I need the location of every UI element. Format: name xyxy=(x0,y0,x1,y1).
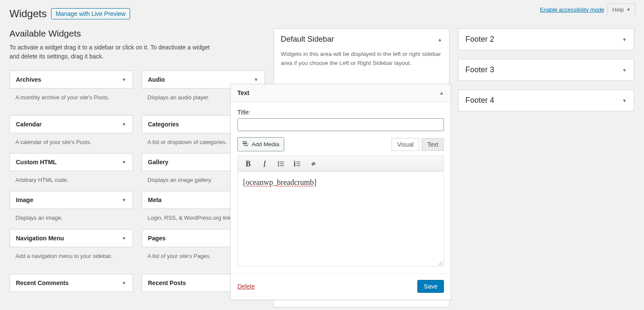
media-tabs-row: Add Media Visual Text xyxy=(237,137,444,151)
italic-button[interactable]: I xyxy=(260,160,269,168)
caret-down-icon: ▼ xyxy=(122,236,127,241)
widget-name: Archives xyxy=(16,76,41,83)
panel-title: Text xyxy=(237,89,249,96)
caret-down-icon: ▼ xyxy=(122,160,127,165)
save-button[interactable]: Save xyxy=(417,280,444,293)
available-widgets-description: To activate a widget drag it to a sideba… xyxy=(9,43,211,61)
text-widget-editor-body: Title: Add Media Visual Text B I 123 xyxy=(231,102,451,273)
widget-archives: Archives ▼ A monthly archive of your sit… xyxy=(9,71,133,115)
resize-handle[interactable] xyxy=(437,260,443,265)
sidebar-area-footer-4-header[interactable]: Footer 4 ▼ xyxy=(459,90,634,111)
widget-recent-comments: Recent Comments ▼ xyxy=(9,274,133,292)
widget-name: Image xyxy=(16,196,33,203)
widget-name: Gallery xyxy=(148,159,168,166)
secondary-sidebars-column: Footer 2 ▼ Footer 3 ▼ Footer 4 ▼ xyxy=(458,28,634,310)
editor-tab-visual[interactable]: Visual xyxy=(392,138,419,151)
text-widget-editor-header[interactable]: Text ▲ xyxy=(231,84,451,102)
widget-image-header[interactable]: Image ▼ xyxy=(9,191,133,209)
sidebar-area-footer-2: Footer 2 ▼ xyxy=(458,28,634,50)
sidebar-title: Footer 4 xyxy=(465,96,494,105)
manage-live-preview-button[interactable]: Manage with Live Preview xyxy=(51,8,131,19)
caret-down-icon: ▼ xyxy=(122,122,127,127)
editor-toolbar: B I 123 xyxy=(237,156,444,172)
caret-up-icon: ▲ xyxy=(437,37,442,42)
numbered-list-button[interactable]: 123 xyxy=(293,160,301,168)
caret-down-icon: ▼ xyxy=(122,280,127,285)
editor-tabs: Visual Text xyxy=(392,138,444,151)
widget-desc: Displays an image. xyxy=(9,209,133,229)
widget-name: Audio xyxy=(148,76,165,83)
widget-recent-comments-header[interactable]: Recent Comments ▼ xyxy=(9,274,133,292)
svg-point-0 xyxy=(278,161,279,163)
widget-calendar: Calendar ▼ A calendar of your site's Pos… xyxy=(9,115,133,153)
add-media-button[interactable]: Add Media xyxy=(237,137,284,151)
widget-calendar-header[interactable]: Calendar ▼ xyxy=(9,115,133,133)
widget-custom-html: Custom HTML ▼ Arbitrary HTML code. xyxy=(9,153,133,191)
available-widgets-title: Available Widgets xyxy=(9,28,265,39)
title-input[interactable] xyxy=(237,118,444,131)
caret-down-icon: ▼ xyxy=(254,77,258,82)
sidebar-area-footer-4: Footer 4 ▼ xyxy=(458,89,634,111)
help-tab-label: Help xyxy=(612,6,624,13)
caret-down-icon: ▼ xyxy=(122,77,127,82)
sidebar-area-footer-3: Footer 3 ▼ xyxy=(458,59,634,81)
svg-point-2 xyxy=(278,165,279,166)
svg-text:3: 3 xyxy=(294,164,295,167)
editor-text: [oceanwp_breadcrumb] xyxy=(243,178,316,187)
caret-down-icon: ▼ xyxy=(622,98,627,103)
add-media-label: Add Media xyxy=(252,141,279,147)
widget-desc: Add a navigation menu to your sidebar. xyxy=(9,247,133,274)
widget-desc: A monthly archive of your site's Posts. xyxy=(9,89,133,115)
delete-link[interactable]: Delete xyxy=(237,283,255,290)
widget-archives-header[interactable]: Archives ▼ xyxy=(9,71,133,89)
widget-nav-menu: Navigation Menu ▼ Add a navigation menu … xyxy=(9,229,133,274)
widget-custom-html-header[interactable]: Custom HTML ▼ xyxy=(9,153,133,171)
text-widget-editor-footer: Delete Save xyxy=(231,273,451,300)
widget-name: Recent Comments xyxy=(16,279,69,286)
sidebar-title: Footer 2 xyxy=(465,35,494,44)
widget-nav-menu-header[interactable]: Navigation Menu ▼ xyxy=(9,229,133,247)
sidebar-area-footer-2-header[interactable]: Footer 2 ▼ xyxy=(459,29,634,50)
text-widget-editor-panel: Text ▲ Title: Add Media Visual Text B I xyxy=(230,84,451,300)
enable-accessibility-mode-link[interactable]: Enable accessibility mode xyxy=(540,6,605,13)
title-label: Title: xyxy=(237,109,444,116)
page-title: Widgets xyxy=(9,8,47,20)
available-widgets-grid: Archives ▼ A monthly archive of your sit… xyxy=(9,71,265,292)
widget-desc: A calendar of your site's Posts. xyxy=(9,133,133,153)
sidebar-area-default-header[interactable]: Default Sidebar ▲ xyxy=(274,29,449,50)
sidebar-title: Footer 3 xyxy=(465,65,494,74)
widget-name: Categories xyxy=(148,121,179,128)
widget-name: Recent Posts xyxy=(148,279,186,286)
sidebar-title: Default Sidebar xyxy=(281,35,334,44)
editor-content-area[interactable]: [oceanwp_breadcrumb] [oceanwp_breadcrumb… xyxy=(237,172,444,267)
screen-meta-links: Enable accessibility mode Help ▼ xyxy=(540,3,635,15)
caret-up-icon: ▲ xyxy=(439,90,444,95)
widget-image: Image ▼ Displays an image. xyxy=(9,191,133,229)
svg-point-1 xyxy=(278,163,279,165)
bullet-list-button[interactable] xyxy=(276,160,285,168)
widget-name: Pages xyxy=(148,235,166,242)
available-widgets-column: Available Widgets To activate a widget d… xyxy=(9,28,265,310)
editor-tab-text[interactable]: Text xyxy=(422,138,444,151)
caret-down-icon: ▼ xyxy=(622,37,627,42)
widget-name: Navigation Menu xyxy=(16,235,64,242)
widget-name: Custom HTML xyxy=(16,159,57,166)
link-button[interactable] xyxy=(309,160,318,168)
bold-button[interactable]: B xyxy=(244,160,252,168)
help-tab[interactable]: Help ▼ xyxy=(608,3,635,15)
caret-down-icon: ▼ xyxy=(626,7,631,12)
widget-desc: Arbitrary HTML code. xyxy=(9,171,133,191)
sidebar-area-footer-3-header[interactable]: Footer 3 ▼ xyxy=(459,59,634,80)
media-icon xyxy=(242,140,249,148)
widget-name: Calendar xyxy=(16,121,42,128)
widget-name: Meta xyxy=(148,196,162,203)
caret-down-icon: ▼ xyxy=(622,68,627,73)
caret-down-icon: ▼ xyxy=(122,197,127,203)
sidebar-description: Widgets in this area will be displayed i… xyxy=(274,50,449,75)
